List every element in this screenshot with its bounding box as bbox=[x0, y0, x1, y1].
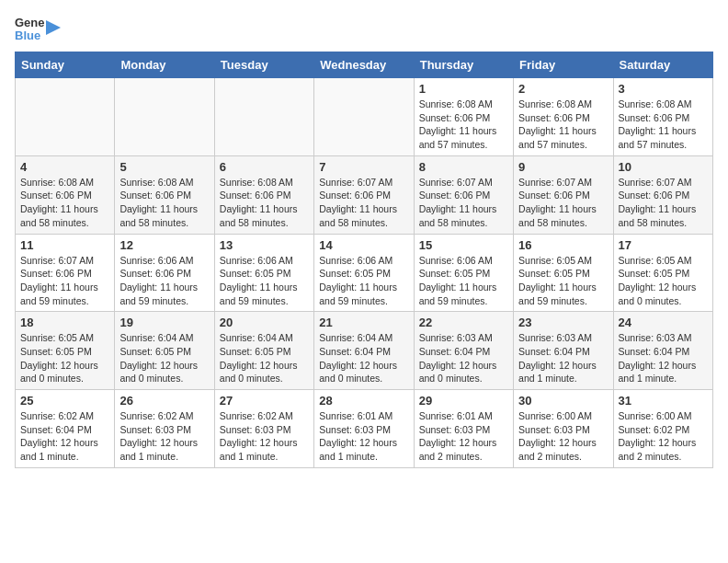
calendar-cell: 1Sunrise: 6:08 AM Sunset: 6:06 PM Daylig… bbox=[414, 78, 513, 156]
day-info: Sunrise: 6:04 AM Sunset: 6:04 PM Dayligh… bbox=[319, 331, 408, 385]
day-info: Sunrise: 6:06 AM Sunset: 6:06 PM Dayligh… bbox=[119, 254, 209, 308]
day-number: 20 bbox=[220, 316, 309, 329]
day-info: Sunrise: 6:02 AM Sunset: 6:03 PM Dayligh… bbox=[220, 409, 309, 464]
calendar-cell: 12Sunrise: 6:06 AM Sunset: 6:06 PM Dayli… bbox=[115, 234, 214, 312]
day-number: 12 bbox=[119, 238, 209, 252]
day-info: Sunrise: 6:08 AM Sunset: 6:06 PM Dayligh… bbox=[220, 176, 309, 230]
day-number: 30 bbox=[518, 394, 608, 408]
day-number: 13 bbox=[220, 238, 309, 252]
calendar-cell: 31Sunrise: 6:00 AM Sunset: 6:02 PM Dayli… bbox=[613, 390, 712, 468]
calendar-cell: 9Sunrise: 6:07 AM Sunset: 6:06 PM Daylig… bbox=[514, 155, 613, 234]
calendar-header-sunday: Sunday bbox=[16, 52, 115, 78]
day-info: Sunrise: 6:07 AM Sunset: 6:06 PM Dayligh… bbox=[518, 176, 608, 230]
day-number: 27 bbox=[220, 394, 309, 408]
calendar-cell: 16Sunrise: 6:05 AM Sunset: 6:05 PM Dayli… bbox=[514, 234, 613, 312]
day-number: 8 bbox=[419, 160, 508, 174]
day-number: 15 bbox=[419, 238, 508, 252]
calendar-week-2: 4Sunrise: 6:08 AM Sunset: 6:06 PM Daylig… bbox=[16, 155, 713, 234]
calendar-cell: 21Sunrise: 6:04 AM Sunset: 6:04 PM Dayli… bbox=[314, 312, 414, 390]
day-number: 2 bbox=[518, 82, 608, 96]
calendar-cell: 17Sunrise: 6:05 AM Sunset: 6:05 PM Dayli… bbox=[613, 234, 712, 312]
calendar-header-friday: Friday bbox=[514, 52, 613, 78]
calendar-cell: 19Sunrise: 6:04 AM Sunset: 6:05 PM Dayli… bbox=[115, 312, 214, 390]
day-info: Sunrise: 6:04 AM Sunset: 6:05 PM Dayligh… bbox=[119, 331, 209, 385]
day-number: 11 bbox=[20, 238, 109, 252]
calendar-cell: 14Sunrise: 6:06 AM Sunset: 6:05 PM Dayli… bbox=[314, 234, 414, 312]
day-number: 9 bbox=[518, 160, 608, 174]
calendar-week-5: 25Sunrise: 6:02 AM Sunset: 6:04 PM Dayli… bbox=[16, 390, 713, 468]
day-number: 28 bbox=[319, 394, 408, 408]
calendar-cell: 20Sunrise: 6:04 AM Sunset: 6:05 PM Dayli… bbox=[214, 312, 313, 390]
day-info: Sunrise: 6:07 AM Sunset: 6:06 PM Dayligh… bbox=[619, 176, 708, 230]
day-number: 24 bbox=[619, 316, 708, 329]
calendar-cell: 11Sunrise: 6:07 AM Sunset: 6:06 PM Dayli… bbox=[16, 234, 115, 312]
calendar-cell: 27Sunrise: 6:02 AM Sunset: 6:03 PM Dayli… bbox=[214, 390, 313, 468]
day-info: Sunrise: 6:08 AM Sunset: 6:06 PM Dayligh… bbox=[419, 98, 508, 152]
day-number: 5 bbox=[119, 160, 209, 174]
day-info: Sunrise: 6:08 AM Sunset: 6:06 PM Dayligh… bbox=[518, 98, 608, 152]
logo-arrow-icon bbox=[46, 20, 61, 35]
day-number: 7 bbox=[319, 160, 408, 174]
day-number: 3 bbox=[619, 82, 708, 96]
calendar-week-4: 18Sunrise: 6:05 AM Sunset: 6:05 PM Dayli… bbox=[16, 312, 713, 390]
day-info: Sunrise: 6:01 AM Sunset: 6:03 PM Dayligh… bbox=[419, 409, 508, 464]
day-number: 14 bbox=[319, 238, 408, 252]
calendar-cell bbox=[214, 78, 313, 156]
calendar-header-tuesday: Tuesday bbox=[214, 52, 313, 78]
day-info: Sunrise: 6:07 AM Sunset: 6:06 PM Dayligh… bbox=[20, 254, 109, 308]
calendar-cell: 15Sunrise: 6:06 AM Sunset: 6:05 PM Dayli… bbox=[414, 234, 513, 312]
page-header: General Blue bbox=[15, 15, 713, 40]
svg-marker-2 bbox=[46, 20, 61, 35]
calendar-header-saturday: Saturday bbox=[613, 52, 712, 78]
day-info: Sunrise: 6:07 AM Sunset: 6:06 PM Dayligh… bbox=[419, 176, 508, 230]
day-number: 16 bbox=[518, 238, 608, 252]
day-info: Sunrise: 6:05 AM Sunset: 6:05 PM Dayligh… bbox=[619, 254, 708, 308]
calendar-week-3: 11Sunrise: 6:07 AM Sunset: 6:06 PM Dayli… bbox=[16, 234, 713, 312]
calendar-table: SundayMondayTuesdayWednesdayThursdayFrid… bbox=[15, 52, 713, 468]
svg-text:Blue: Blue bbox=[15, 29, 40, 40]
calendar-cell: 13Sunrise: 6:06 AM Sunset: 6:05 PM Dayli… bbox=[214, 234, 313, 312]
calendar-cell: 5Sunrise: 6:08 AM Sunset: 6:06 PM Daylig… bbox=[115, 155, 214, 234]
calendar-cell: 30Sunrise: 6:00 AM Sunset: 6:03 PM Dayli… bbox=[514, 390, 613, 468]
day-info: Sunrise: 6:02 AM Sunset: 6:04 PM Dayligh… bbox=[20, 409, 109, 464]
day-number: 25 bbox=[20, 394, 109, 408]
day-number: 6 bbox=[220, 160, 309, 174]
calendar-cell bbox=[314, 78, 414, 156]
day-number: 10 bbox=[619, 160, 708, 174]
calendar-cell: 24Sunrise: 6:03 AM Sunset: 6:04 PM Dayli… bbox=[613, 312, 712, 390]
day-info: Sunrise: 6:08 AM Sunset: 6:06 PM Dayligh… bbox=[20, 176, 109, 230]
calendar-header-monday: Monday bbox=[115, 52, 214, 78]
calendar-cell: 2Sunrise: 6:08 AM Sunset: 6:06 PM Daylig… bbox=[514, 78, 613, 156]
day-info: Sunrise: 6:06 AM Sunset: 6:05 PM Dayligh… bbox=[319, 254, 408, 308]
calendar-cell: 6Sunrise: 6:08 AM Sunset: 6:06 PM Daylig… bbox=[214, 155, 313, 234]
day-info: Sunrise: 6:08 AM Sunset: 6:06 PM Dayligh… bbox=[119, 176, 209, 230]
calendar-header-thursday: Thursday bbox=[414, 52, 513, 78]
day-info: Sunrise: 6:00 AM Sunset: 6:02 PM Dayligh… bbox=[619, 409, 708, 464]
calendar-cell: 10Sunrise: 6:07 AM Sunset: 6:06 PM Dayli… bbox=[613, 155, 712, 234]
day-info: Sunrise: 6:00 AM Sunset: 6:03 PM Dayligh… bbox=[518, 409, 608, 464]
logo: General Blue bbox=[15, 15, 61, 40]
day-number: 29 bbox=[419, 394, 508, 408]
day-info: Sunrise: 6:07 AM Sunset: 6:06 PM Dayligh… bbox=[319, 176, 408, 230]
day-info: Sunrise: 6:06 AM Sunset: 6:05 PM Dayligh… bbox=[419, 254, 508, 308]
calendar-cell: 18Sunrise: 6:05 AM Sunset: 6:05 PM Dayli… bbox=[16, 312, 115, 390]
day-number: 31 bbox=[619, 394, 708, 408]
calendar-cell bbox=[16, 78, 115, 156]
svg-text:General: General bbox=[15, 16, 44, 29]
calendar-cell: 22Sunrise: 6:03 AM Sunset: 6:04 PM Dayli… bbox=[414, 312, 513, 390]
calendar-cell: 8Sunrise: 6:07 AM Sunset: 6:06 PM Daylig… bbox=[414, 155, 513, 234]
calendar-cell: 25Sunrise: 6:02 AM Sunset: 6:04 PM Dayli… bbox=[16, 390, 115, 468]
day-info: Sunrise: 6:08 AM Sunset: 6:06 PM Dayligh… bbox=[619, 98, 708, 152]
calendar-cell: 4Sunrise: 6:08 AM Sunset: 6:06 PM Daylig… bbox=[16, 155, 115, 234]
calendar-cell: 28Sunrise: 6:01 AM Sunset: 6:03 PM Dayli… bbox=[314, 390, 414, 468]
day-number: 21 bbox=[319, 316, 408, 329]
day-number: 26 bbox=[119, 394, 209, 408]
day-number: 1 bbox=[419, 82, 508, 96]
day-number: 19 bbox=[119, 316, 209, 329]
day-info: Sunrise: 6:02 AM Sunset: 6:03 PM Dayligh… bbox=[119, 409, 209, 464]
calendar-header-wednesday: Wednesday bbox=[314, 52, 414, 78]
logo-icon: General Blue bbox=[15, 15, 44, 40]
calendar-cell: 7Sunrise: 6:07 AM Sunset: 6:06 PM Daylig… bbox=[314, 155, 414, 234]
day-info: Sunrise: 6:06 AM Sunset: 6:05 PM Dayligh… bbox=[220, 254, 309, 308]
day-info: Sunrise: 6:01 AM Sunset: 6:03 PM Dayligh… bbox=[319, 409, 408, 464]
